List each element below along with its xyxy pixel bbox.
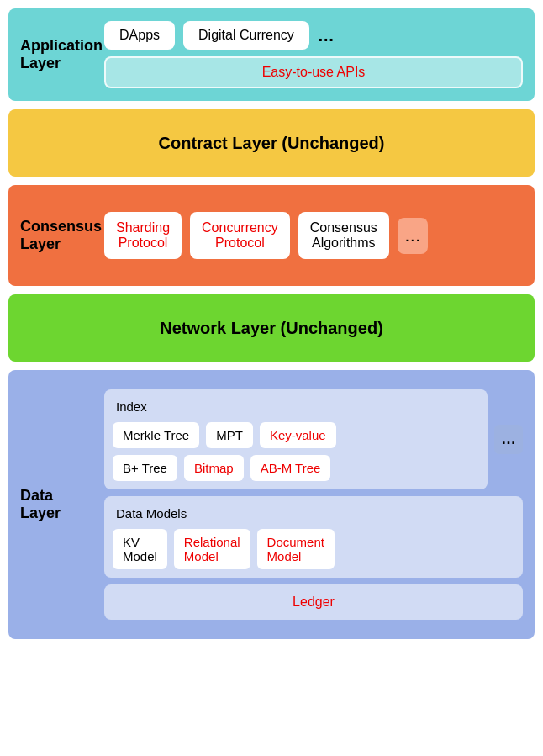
index-label: Index [113,398,479,415]
contract-layer: Contract Layer (Unchanged) [8,109,535,177]
merkle-tree-cell: Merkle Tree [113,422,199,448]
data-layer-content: Index Merkle Tree MPT Key-value B+ Tree … [104,389,523,620]
app-layer-title: Application Layer [20,37,104,72]
key-value-cell: Key-value [260,422,336,448]
network-layer: Network Layer (Unchanged) [8,294,535,362]
data-layer-title: Data Layer [20,487,104,522]
tree-row-1: Merkle Tree MPT Key-value [113,422,479,448]
api-box: Easy-to-use APIs [104,56,523,88]
application-layer: Application Layer DApps Digital Currency… [8,8,535,101]
tree-row-2: B+ Tree Bitmap AB-M Tree [113,455,479,481]
relational-model-cell: Relational Model [174,529,250,569]
consensus-algorithms-box: Consensus Algorithms [298,212,389,259]
app-layer-content: DApps Digital Currency … Easy-to-use API… [104,21,523,88]
app-ellipsis: … [318,26,335,45]
data-models-label: Data Models [113,505,514,522]
data-ellipsis: … [494,425,523,454]
kv-model-cell: KV Model [113,529,167,569]
abm-tree-cell: AB-M Tree [250,455,331,481]
network-layer-title: Network Layer (Unchanged) [160,319,383,338]
data-models-section: Data Models KV Model Relational Model Do… [104,496,523,578]
concurrency-protocol-box: Concurrency Protocol [190,212,290,259]
contract-layer-title: Contract Layer (Unchanged) [159,134,385,153]
dapps-box: DApps [104,21,175,50]
diagram: Application Layer DApps Digital Currency… [8,8,535,639]
document-model-cell: Document Model [257,529,335,569]
sharding-protocol-box: Sharding Protocol [104,212,182,259]
data-layer: Data Layer Index Merkle Tree MPT Key-val… [8,370,535,639]
ledger-bar: Ledger [104,584,523,620]
models-row: KV Model Relational Model Document Model [113,529,514,569]
consensus-layer: Consensus Layer Sharding Protocol Concur… [8,185,535,286]
bplus-tree-cell: B+ Tree [113,455,177,481]
mpt-cell: MPT [206,422,253,448]
index-section: Index Merkle Tree MPT Key-value B+ Tree … [104,389,488,489]
consensus-items: Sharding Protocol Concurrency Protocol C… [104,212,428,259]
consensus-ellipsis: … [398,218,428,254]
digital-currency-box: Digital Currency [183,21,309,50]
app-top-row: DApps Digital Currency … [104,21,523,50]
bitmap-cell: Bitmap [184,455,244,481]
consensus-layer-title: Consensus Layer [20,218,104,253]
